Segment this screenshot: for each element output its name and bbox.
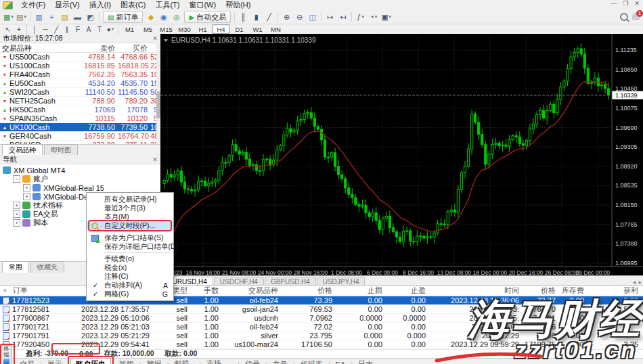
market-watch-row[interactable]: ▲EU50Cash4534.204535.70150: [0, 79, 160, 88]
new-order-button[interactable]: ▤新订单: [103, 11, 143, 23]
new-chart-icon[interactable]: ▦▾: [2, 11, 15, 23]
notifications-button[interactable]: 1: [632, 13, 640, 22]
market-watch-row[interactable]: ▼NETH25Cash788.90789.2030: [0, 97, 160, 106]
templates-icon[interactable]: ▣▾: [380, 11, 393, 23]
menu-item-最近3个月(3)[interactable]: 最近3个月(3): [87, 204, 173, 212]
menu-item-保存为详细户口结单(D)[interactable]: 保存为详细户口结单(D): [87, 242, 173, 251]
timeframe-D1[interactable]: D1: [230, 24, 248, 34]
minimize-icon[interactable]: —: [611, 0, 617, 7]
timeframe-W1[interactable]: W1: [248, 24, 267, 34]
terminal-icon[interactable]: ▬: [71, 11, 84, 23]
indicators-icon[interactable]: ƒ▾: [354, 11, 367, 23]
market-watch-row[interactable]: ▲UK100Cash7738.507739.50100: [0, 123, 160, 132]
terminal-tab-邮箱[interactable]: 邮箱7: [169, 358, 198, 364]
chart-bars-icon[interactable]: ║: [237, 11, 250, 23]
close-icon[interactable]: ✕: [152, 156, 158, 163]
menu-item-所有交易记录(H)[interactable]: 所有交易记录(H): [87, 195, 173, 204]
auto-scroll-icon[interactable]: ↦: [324, 11, 336, 23]
chart-shift-icon[interactable]: ↤: [336, 11, 349, 23]
profiles-icon[interactable]: ▤▾: [15, 11, 28, 23]
expand-icon[interactable]: +: [13, 219, 20, 227]
data-window-icon[interactable]: +: [45, 11, 58, 23]
terminal-tab-信号[interactable]: 信号: [240, 359, 265, 364]
chart-line-icon[interactable]: ╱: [263, 11, 275, 23]
terminal-tab-交易[interactable]: 交易: [15, 359, 39, 364]
terminal-tab-日志[interactable]: 日志: [353, 359, 378, 364]
search-icon[interactable]: [620, 13, 628, 21]
crosshair-icon[interactable]: +: [14, 25, 24, 34]
menu-item-手续费(o)[interactable]: 手续费(o): [87, 254, 173, 263]
label-icon[interactable]: T: [94, 25, 105, 34]
autotrading-button[interactable]: ▶自动交易: [184, 11, 231, 23]
market-watch-row[interactable]: ▼FRA40Cash7562.357563.35100: [0, 70, 160, 79]
terminal-tab-展示[interactable]: 展示: [43, 359, 67, 364]
menu-帮助(H)[interactable]: 帮助(H): [221, 0, 255, 10]
menu-item-自动排列(A)[interactable]: ✓自动排列(A)A: [87, 281, 173, 290]
menu-图表(C)[interactable]: 图表(C): [116, 0, 150, 10]
metaeditor-icon[interactable]: ◆: [144, 11, 157, 23]
zoom-in-icon[interactable]: ⊕: [280, 11, 293, 23]
timeframe-H4[interactable]: H4: [212, 24, 230, 34]
expand-icon[interactable]: +: [23, 193, 30, 200]
close-icon[interactable]: ✕: [3, 288, 7, 294]
tree-item-XM Global MT4[interactable]: XM Global MT4: [0, 166, 160, 175]
navigator-tab-常用[interactable]: 常用: [2, 261, 29, 273]
tile-windows-icon[interactable]: ◫: [306, 11, 319, 23]
chart-candles-icon[interactable]: ▮: [250, 11, 263, 23]
market-watch-row[interactable]: ▲SWI20Cash11140.5011145.50500: [0, 88, 160, 97]
navigator-tab-收藏夹[interactable]: 收藏夹: [30, 261, 64, 273]
experts-icon[interactable]: ◉: [157, 11, 170, 23]
market-watch-icon[interactable]: ▥: [32, 11, 45, 23]
menu-工具(T)[interactable]: 工具(T): [150, 0, 184, 10]
collapse-icon[interactable]: −: [13, 175, 20, 183]
terminal-tab-账户历史[interactable]: 账户历史: [70, 358, 111, 364]
terminal-tab-新闻[interactable]: 新闻: [114, 359, 139, 364]
timeframe-M5[interactable]: M5: [139, 24, 157, 34]
terminal-tab-市场[interactable]: 市场109: [202, 358, 237, 364]
menu-窗口(W)[interactable]: 窗口(W): [184, 0, 221, 10]
market-watch-row[interactable]: ▲HK50Cash17069170789: [0, 106, 160, 114]
menu-item-注释(C)[interactable]: 注释(C): [87, 272, 173, 281]
menu-item-网格(G)[interactable]: ✓网格(G)G: [87, 290, 173, 298]
close-icon[interactable]: ✕: [152, 35, 158, 42]
navigator-icon[interactable]: ▨: [58, 11, 71, 23]
market-watch-row[interactable]: ▼US100Cash16815.8516818.05220: [0, 62, 160, 70]
periods-icon[interactable]: ◔▾: [367, 11, 380, 23]
tree-item-账户[interactable]: −账户: [0, 175, 160, 183]
chart-window[interactable]: 1.112351.108501.104601.100751.096901.093…: [160, 34, 643, 285]
timeframe-H1[interactable]: H1: [194, 24, 212, 34]
menu-显示(V)[interactable]: 显示(V): [50, 0, 85, 10]
terminal-tab-警报[interactable]: 警报: [141, 359, 166, 364]
market-watch-tab-交易品种[interactable]: 交易品种: [2, 144, 43, 156]
menu-item-本月(M)[interactable]: 本月(M): [87, 212, 173, 221]
strategy-tester-icon[interactable]: ◩: [84, 11, 97, 23]
shapes-icon[interactable]: ●▾: [105, 25, 116, 34]
market-watch-row[interactable]: ▼SPAIN35Cash10115101205: [0, 114, 160, 123]
timeframe-M15[interactable]: M15: [157, 24, 175, 34]
terminal-tab-EA[interactable]: EA: [331, 360, 351, 364]
channel-icon[interactable]: ∥: [62, 25, 72, 34]
horizontal-line-icon[interactable]: ─: [40, 25, 51, 34]
timeframe-M30[interactable]: M30: [175, 24, 194, 34]
expand-icon[interactable]: +: [23, 184, 30, 191]
expand-icon[interactable]: +: [13, 210, 20, 218]
tree-item-XMGlobal-Real 15[interactable]: +XMGlobal-Real 15: [0, 183, 160, 192]
close-icon[interactable]: ✕: [634, 0, 640, 7]
vertical-line-icon[interactable]: │: [29, 25, 40, 34]
expand-icon[interactable]: +: [13, 202, 20, 209]
terminal-tab-文章[interactable]: 文章: [268, 359, 292, 364]
timeframe-M1[interactable]: M1: [120, 24, 139, 34]
cursor-icon[interactable]: ↖: [3, 25, 14, 34]
menu-文件(F)[interactable]: 文件(F): [16, 0, 50, 10]
timeframe-MN[interactable]: MN: [267, 24, 285, 34]
menu-插入(I)[interactable]: 插入(I): [85, 0, 116, 10]
terminal-tab-代码库[interactable]: 代码库: [296, 359, 328, 364]
fibonacci-icon[interactable]: F: [72, 25, 83, 34]
menu-item-保存为户口结单(S)[interactable]: 保存为户口结单(S): [87, 233, 173, 242]
market-watch-row[interactable]: ▼GER40Cash16759.9016764.70480: [0, 132, 160, 141]
market-watch-row[interactable]: ▼US500Cash4768.144768.6652: [0, 53, 160, 62]
menu-item-自定义时段(P)...[interactable]: 自定义时段(P)...: [87, 221, 173, 230]
globe-icon[interactable]: ◎: [170, 11, 183, 23]
trendline-icon[interactable]: ╱: [51, 25, 62, 34]
zoom-out-icon[interactable]: ⊖: [293, 11, 306, 23]
